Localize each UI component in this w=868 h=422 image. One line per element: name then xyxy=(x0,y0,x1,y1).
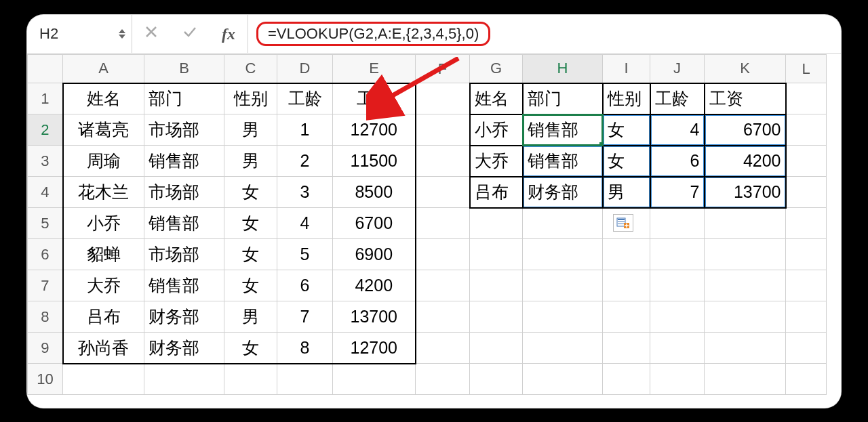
cell-J9[interactable] xyxy=(650,333,705,364)
cell-L3[interactable] xyxy=(786,146,827,177)
col-header-G[interactable]: G xyxy=(470,55,523,83)
cell-C10[interactable] xyxy=(224,364,277,395)
cell-G7[interactable] xyxy=(470,270,523,301)
cell-D6[interactable]: 5 xyxy=(277,239,333,270)
cell-B3[interactable]: 销售部 xyxy=(144,146,224,177)
cell-L7[interactable] xyxy=(786,270,827,301)
cell-A1[interactable]: 姓名 xyxy=(63,83,144,114)
cell-E7[interactable]: 4200 xyxy=(333,270,416,301)
cell-A5[interactable]: 小乔 xyxy=(63,208,144,239)
cell-A9[interactable]: 孙尚香 xyxy=(63,333,144,364)
cell-C5[interactable]: 女 xyxy=(224,208,277,239)
cell-L9[interactable] xyxy=(786,333,827,364)
name-box-spinner[interactable] xyxy=(118,28,126,39)
cell-G3[interactable]: 大乔 xyxy=(470,146,523,177)
col-header-J[interactable]: J xyxy=(650,55,705,83)
cell-F4[interactable] xyxy=(416,177,470,208)
row-header-4[interactable]: 4 xyxy=(28,177,63,208)
col-header-H[interactable]: H xyxy=(523,55,603,83)
cell-B2[interactable]: 市场部 xyxy=(144,114,224,146)
cell-D5[interactable]: 4 xyxy=(277,208,333,239)
cell-B6[interactable]: 市场部 xyxy=(144,239,224,270)
cell-B5[interactable]: 销售部 xyxy=(144,208,224,239)
cell-I9[interactable] xyxy=(603,333,650,364)
cell-I1[interactable]: 性别 xyxy=(603,83,650,114)
cell-E10[interactable] xyxy=(333,364,416,395)
cell-H6[interactable] xyxy=(523,239,603,270)
cell-C3[interactable]: 男 xyxy=(224,146,277,177)
cell-F7[interactable] xyxy=(416,270,470,301)
cell-I8[interactable] xyxy=(603,301,650,333)
cell-G8[interactable] xyxy=(470,301,523,333)
cell-H4[interactable]: 财务部 xyxy=(523,177,603,208)
cell-G6[interactable] xyxy=(470,239,523,270)
cell-K5[interactable] xyxy=(705,208,786,239)
cell-J6[interactable] xyxy=(650,239,705,270)
cell-C2[interactable]: 男 xyxy=(224,114,277,146)
cell-H7[interactable] xyxy=(523,270,603,301)
cell-K9[interactable] xyxy=(705,333,786,364)
cancel-formula-button[interactable] xyxy=(144,25,158,43)
cell-F5[interactable] xyxy=(416,208,470,239)
col-header-C[interactable]: C xyxy=(224,55,277,83)
cell-G9[interactable] xyxy=(470,333,523,364)
row-header-3[interactable]: 3 xyxy=(28,146,63,177)
cell-C1[interactable]: 性别 xyxy=(224,83,277,114)
cell-E6[interactable]: 6900 xyxy=(333,239,416,270)
cell-F1[interactable] xyxy=(416,83,470,114)
cell-H10[interactable] xyxy=(523,364,603,395)
cell-G4[interactable]: 吕布 xyxy=(470,177,523,208)
cell-D8[interactable]: 7 xyxy=(277,301,333,333)
cell-F6[interactable] xyxy=(416,239,470,270)
col-header-K[interactable]: K xyxy=(705,55,786,83)
row-header-1[interactable]: 1 xyxy=(28,83,63,114)
cell-D3[interactable]: 2 xyxy=(277,146,333,177)
cell-A4[interactable]: 花木兰 xyxy=(63,177,144,208)
cell-A10[interactable] xyxy=(63,364,144,395)
row-header-9[interactable]: 9 xyxy=(28,333,63,364)
fx-icon[interactable]: fx xyxy=(222,25,235,43)
cell-H8[interactable] xyxy=(523,301,603,333)
cell-D7[interactable]: 6 xyxy=(277,270,333,301)
cell-I10[interactable] xyxy=(603,364,650,395)
cell-B8[interactable]: 财务部 xyxy=(144,301,224,333)
cell-B7[interactable]: 销售部 xyxy=(144,270,224,301)
cell-D4[interactable]: 3 xyxy=(277,177,333,208)
row-header-10[interactable]: 10 xyxy=(28,364,63,395)
row-header-7[interactable]: 7 xyxy=(28,270,63,301)
cell-K7[interactable] xyxy=(705,270,786,301)
cell-K2[interactable]: 6700 xyxy=(705,114,786,146)
cell-K4[interactable]: 13700 xyxy=(705,177,786,208)
cell-G2[interactable]: 小乔 xyxy=(470,114,523,146)
cell-J7[interactable] xyxy=(650,270,705,301)
cell-G1[interactable]: 姓名 xyxy=(470,83,523,114)
cell-D9[interactable]: 8 xyxy=(277,333,333,364)
cell-L1[interactable] xyxy=(786,83,827,114)
cell-J2[interactable]: 4 xyxy=(650,114,705,146)
cell-E5[interactable]: 6700 xyxy=(333,208,416,239)
cell-A8[interactable]: 吕布 xyxy=(63,301,144,333)
cell-B9[interactable]: 财务部 xyxy=(144,333,224,364)
formula-input[interactable]: =VLOOKUP(G2,A:E,{2,3,4,5},0) xyxy=(248,15,841,53)
cell-J8[interactable] xyxy=(650,301,705,333)
cell-L4[interactable] xyxy=(786,177,827,208)
col-header-L[interactable]: L xyxy=(786,55,827,83)
cell-L6[interactable] xyxy=(786,239,827,270)
cell-B1[interactable]: 部门 xyxy=(144,83,224,114)
cell-H1[interactable]: 部门 xyxy=(523,83,603,114)
name-box[interactable]: H2 xyxy=(27,15,132,53)
cell-E2[interactable]: 12700 xyxy=(333,114,416,146)
cell-E9[interactable]: 12700 xyxy=(333,333,416,364)
col-header-A[interactable]: A xyxy=(63,55,144,83)
cell-J4[interactable]: 7 xyxy=(650,177,705,208)
cell-I7[interactable] xyxy=(603,270,650,301)
cell-C8[interactable]: 男 xyxy=(224,301,277,333)
cell-J3[interactable]: 6 xyxy=(650,146,705,177)
cell-L10[interactable] xyxy=(786,364,827,395)
cell-G10[interactable] xyxy=(470,364,523,395)
cell-C6[interactable]: 女 xyxy=(224,239,277,270)
cell-E1[interactable]: 工资 xyxy=(333,83,416,114)
cell-J10[interactable] xyxy=(650,364,705,395)
row-header-6[interactable]: 6 xyxy=(28,239,63,270)
col-header-D[interactable]: D xyxy=(277,55,333,83)
